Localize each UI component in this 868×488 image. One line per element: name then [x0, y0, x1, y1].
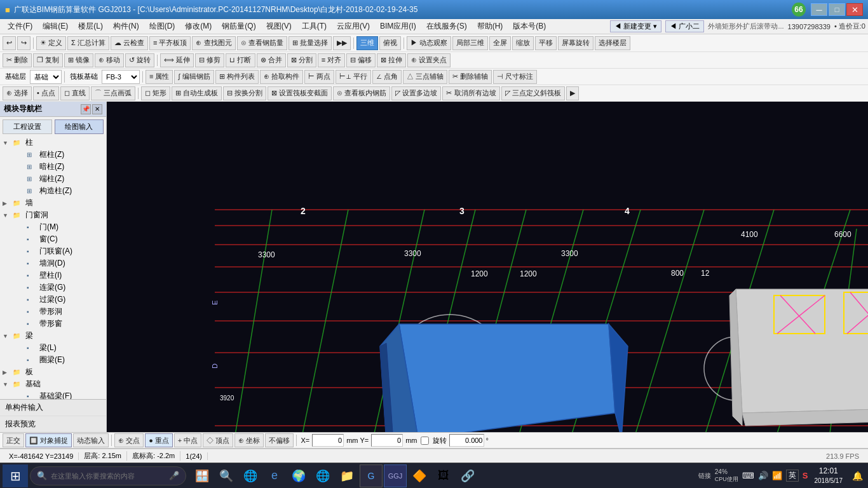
- menu-modify[interactable]: 修改(M): [180, 20, 217, 33]
- vertex-btn[interactable]: ◇ 顶点: [203, 433, 233, 447]
- three-point-btn[interactable]: △ 三点辅轴: [403, 70, 447, 84]
- calc-btn[interactable]: Σ 汇总计算: [67, 36, 109, 50]
- props-btn[interactable]: ≡ 属性: [146, 70, 173, 84]
- tree-item-qiang[interactable]: ▶📁墙: [0, 197, 106, 209]
- tree-item-chuang[interactable]: ▪窗(C): [0, 233, 106, 245]
- dim-btn[interactable]: ⊣ 尺寸标注: [493, 70, 537, 84]
- tray-volume[interactable]: 🔊: [758, 471, 768, 480]
- project-settings-btn[interactable]: 工程设置: [3, 119, 52, 134]
- taskbar-app-edge[interactable]: 🌐: [239, 464, 262, 487]
- cancel-slope-btn[interactable]: ✂ 取消所有边坡: [442, 86, 499, 100]
- tree-item-quanl[interactable]: ▪圈梁(E): [0, 354, 106, 366]
- batch-select-btn[interactable]: ⊞ 批量选择: [288, 36, 332, 50]
- rotate-checkbox[interactable]: [421, 437, 429, 445]
- rect-tool[interactable]: ◻ 矩形: [141, 86, 170, 100]
- offset-btn[interactable]: ⊟ 偏移: [346, 53, 376, 67]
- menu-tools[interactable]: 工具(T): [297, 20, 332, 33]
- menu-floor[interactable]: 楼层(L): [73, 20, 108, 33]
- y-input[interactable]: [371, 434, 403, 447]
- mirror-btn[interactable]: ⊞ 镜像: [64, 53, 93, 67]
- view-board-rebar-btn[interactable]: ⊙ 查看板内钢筋: [333, 86, 390, 100]
- menu-component[interactable]: 构件(N): [108, 20, 144, 33]
- trim-btn[interactable]: ⊟ 修剪: [195, 53, 224, 67]
- tree-item-ban[interactable]: ▶📁板: [0, 366, 106, 378]
- copy-btn[interactable]: ❐ 复制: [33, 53, 63, 67]
- rotate-btn[interactable]: ↺ 旋转: [125, 53, 154, 67]
- angle-btn[interactable]: ∠ 点角: [372, 70, 402, 84]
- intersection-btn[interactable]: ⊕ 交点: [114, 433, 144, 447]
- midpoint-btn[interactable]: + 中点: [174, 433, 201, 447]
- menu-bim[interactable]: BIM应用(I): [375, 20, 421, 33]
- no-offset-btn[interactable]: 不偏移: [265, 433, 294, 447]
- taskbar-app-ggj[interactable]: GGJ: [384, 464, 407, 487]
- tray-lang-en[interactable]: 英: [786, 470, 799, 482]
- rotate-input[interactable]: [449, 434, 484, 447]
- define-slope-btn[interactable]: ◸ 三点定义斜筏板: [501, 86, 565, 100]
- layer-select[interactable]: 基础: [30, 70, 62, 84]
- sidebar-pin-btn[interactable]: 📌: [81, 104, 91, 114]
- report-preview-btn[interactable]: 报表预览: [0, 416, 106, 432]
- screen-rotate-btn[interactable]: 屏幕旋转: [558, 36, 593, 50]
- cloud-check-btn[interactable]: ☁ 云检查: [111, 36, 148, 50]
- dynamic-observe-btn[interactable]: ▶ 动态观察: [407, 36, 451, 50]
- tree-item-qianghong[interactable]: ▪墙洞(D): [0, 257, 106, 269]
- fullscreen-btn[interactable]: 全屏: [489, 36, 511, 50]
- close-button[interactable]: ✕: [846, 3, 863, 16]
- taskbar-app-orange[interactable]: 🔶: [408, 464, 431, 487]
- taskbar-app-store[interactable]: 🪟: [191, 464, 214, 487]
- menu-edit[interactable]: 编辑(E): [37, 20, 73, 33]
- tree-item-jichu[interactable]: ▼📁基础: [0, 378, 106, 390]
- new-change-btn[interactable]: ◀ 新建变更 ▾: [610, 20, 661, 32]
- taskbar-app-link[interactable]: 🔗: [456, 464, 479, 487]
- tree-item-lian[interactable]: ▪连梁(G): [0, 281, 106, 294]
- menu-rebar[interactable]: 钢筋量(Q): [217, 20, 261, 33]
- toolbar-undo[interactable]: ↩: [3, 36, 16, 50]
- tree-item-liang[interactable]: ▼📁梁: [0, 330, 106, 342]
- find-elem-btn[interactable]: ⊕ 查找图元: [192, 36, 235, 50]
- tree-item-zhu[interactable]: ▼📁柱: [0, 137, 106, 149]
- taskbar-app-browser[interactable]: e: [263, 464, 286, 487]
- dynamic-input-btn[interactable]: 动态输入: [73, 433, 109, 447]
- split-btn[interactable]: ⊠ 分割: [287, 53, 316, 67]
- sidebar-close-btn[interactable]: ✕: [92, 104, 102, 114]
- two-point-btn[interactable]: ⊢ 两点: [304, 70, 334, 84]
- del-aux-btn[interactable]: ✂ 删除辅轴: [449, 70, 492, 84]
- taskbar-app-img[interactable]: 🖼: [432, 464, 455, 487]
- zoom-btn[interactable]: 缩放: [512, 36, 534, 50]
- tree-item-liang_l[interactable]: ▪梁(L): [0, 342, 106, 354]
- switch-split-btn[interactable]: ⊟ 按换分割: [223, 86, 266, 100]
- 3d-btn[interactable]: 三维: [356, 36, 378, 50]
- tray-network[interactable]: 📶: [772, 471, 782, 480]
- minimize-button[interactable]: ─: [811, 3, 827, 16]
- menu-version[interactable]: 版本号(B): [508, 20, 551, 33]
- taskbar-app-browser2[interactable]: 🌐: [311, 464, 334, 487]
- toolbar-redo[interactable]: ↪: [17, 36, 31, 50]
- more-btn[interactable]: ▶▶: [333, 36, 351, 50]
- tree-container[interactable]: ▼📁柱⊞框柱(Z)⊞暗柱(Z)⊞端柱(Z)⊞构造柱(Z)▶📁墙▼📁门窗洞▪门(M…: [0, 137, 106, 399]
- single-component-btn[interactable]: 单构件输入: [0, 400, 106, 416]
- x-input[interactable]: [312, 434, 344, 447]
- notifications-btn[interactable]: 🔔: [849, 468, 865, 484]
- parallel-btn[interactable]: ⊢⊥ 平行: [336, 70, 371, 84]
- view-rebar-btn[interactable]: ⊙ 查看钢筋量: [237, 36, 287, 50]
- edit-rebar-btn[interactable]: ∫ 编辑钢筋: [174, 70, 214, 84]
- define-btn[interactable]: ☀ ☀ 定义定义: [36, 36, 66, 50]
- menu-draw[interactable]: 绘图(D): [144, 20, 180, 33]
- select-floor-btn[interactable]: 选择楼层: [595, 36, 630, 50]
- tree-item-men[interactable]: ▪门(M): [0, 221, 106, 233]
- local-3d-btn[interactable]: 局部三维: [452, 36, 488, 50]
- taskbar-app-globe[interactable]: 🌍: [287, 464, 310, 487]
- align-btn[interactable]: ≡ 对齐: [318, 53, 345, 67]
- menu-cloud[interactable]: 云应用(V): [332, 20, 375, 33]
- delete-btn[interactable]: ✂ 删除: [3, 53, 32, 67]
- set-multi-slope-btn[interactable]: ◸ 设置多边坡: [391, 86, 441, 100]
- tree-item-bijiao[interactable]: ▪壁柱(I): [0, 269, 106, 281]
- menu-file[interactable]: 文件(F): [3, 20, 37, 33]
- comp-list-btn[interactable]: ⊞ 构件列表: [215, 70, 259, 84]
- taskbar-app-glodon[interactable]: G: [360, 464, 383, 487]
- move-btn[interactable]: ⊕ 移动: [95, 53, 124, 67]
- set-raft-section-btn[interactable]: ⊠ 设置筏板变截面: [268, 86, 332, 100]
- tree-item-anzhu[interactable]: ⊞暗柱(Z): [0, 161, 106, 173]
- tree-item-menlian[interactable]: ▪门联窗(A): [0, 245, 106, 257]
- tree-item-daichuang[interactable]: ▪带形窗: [0, 318, 106, 330]
